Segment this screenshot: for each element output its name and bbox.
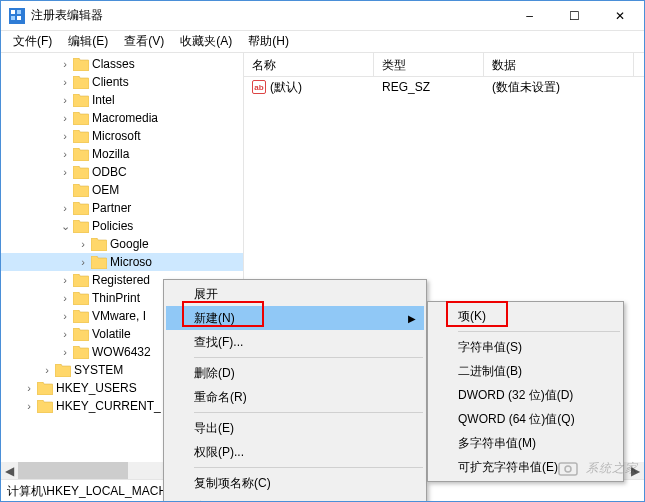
tree-label: OEM: [92, 183, 119, 197]
tree-label: Registered: [92, 273, 150, 287]
expand-icon[interactable]: ›: [59, 202, 71, 214]
expand-icon[interactable]: ›: [59, 292, 71, 304]
col-data[interactable]: 数据: [484, 53, 634, 76]
tree-label: Intel: [92, 93, 115, 107]
expand-icon[interactable]: ›: [59, 310, 71, 322]
expand-icon[interactable]: ›: [59, 328, 71, 340]
tree-item[interactable]: ›Mozilla: [1, 145, 243, 163]
ctx-new-binary[interactable]: 二进制值(B): [430, 359, 621, 383]
ctx-find[interactable]: 查找(F)...: [166, 330, 424, 354]
menu-favorites[interactable]: 收藏夹(A): [172, 31, 240, 52]
submenu-arrow-icon: ▶: [408, 313, 416, 324]
list-body[interactable]: ab(默认)REG_SZ(数值未设置): [244, 77, 644, 97]
folder-icon: [73, 75, 89, 89]
ctx-expand[interactable]: 展开: [166, 282, 424, 306]
string-value-icon: ab: [252, 80, 266, 94]
tree-label: WOW6432: [92, 345, 151, 359]
expand-icon[interactable]: ›: [59, 274, 71, 286]
list-header: 名称 类型 数据: [244, 53, 644, 77]
value-name: (默认): [270, 79, 302, 96]
expand-icon[interactable]: ›: [23, 382, 35, 394]
ctx-goto-hkcu[interactable]: 访问 HKEY_CURRENT_USER(T): [166, 495, 424, 502]
expand-icon[interactable]: ›: [59, 112, 71, 124]
folder-icon: [37, 381, 53, 395]
folder-icon: [73, 147, 89, 161]
tree-label: ThinPrint: [92, 291, 140, 305]
col-type[interactable]: 类型: [374, 53, 484, 76]
expand-icon[interactable]: ›: [23, 400, 35, 412]
folder-icon: [73, 183, 89, 197]
tree-item[interactable]: OEM: [1, 181, 243, 199]
value-data: (数值未设置): [484, 77, 634, 98]
scroll-thumb[interactable]: [18, 462, 128, 479]
tree-item[interactable]: ›Classes: [1, 55, 243, 73]
expand-icon[interactable]: ›: [59, 346, 71, 358]
expand-icon[interactable]: ›: [59, 94, 71, 106]
expand-icon[interactable]: ›: [77, 256, 89, 268]
menubar: 文件(F) 编辑(E) 查看(V) 收藏夹(A) 帮助(H): [1, 31, 644, 53]
ctx-new-dword[interactable]: DWORD (32 位)值(D): [430, 383, 621, 407]
ctx-copy-key-name[interactable]: 复制项名称(C): [166, 471, 424, 495]
minimize-button[interactable]: –: [507, 1, 552, 30]
app-icon: [9, 8, 25, 24]
ctx-separator: [194, 467, 423, 468]
expand-icon[interactable]: ›: [77, 238, 89, 250]
ctx-export[interactable]: 导出(E): [166, 416, 424, 440]
tree-label: Volatile: [92, 327, 131, 341]
scroll-left-button[interactable]: ◀: [1, 462, 18, 479]
tree-item[interactable]: ›Google: [1, 235, 243, 253]
ctx-new-qword[interactable]: QWORD (64 位)值(Q): [430, 407, 621, 431]
expand-icon[interactable]: ›: [41, 364, 53, 376]
expand-icon[interactable]: ›: [59, 58, 71, 70]
tree-item[interactable]: ›Clients: [1, 73, 243, 91]
list-row[interactable]: ab(默认)REG_SZ(数值未设置): [244, 77, 644, 97]
folder-icon: [73, 111, 89, 125]
folder-icon: [73, 309, 89, 323]
tree-item[interactable]: ›Partner: [1, 199, 243, 217]
svg-rect-4: [17, 16, 21, 20]
ctx-new-key[interactable]: 项(K): [430, 304, 621, 328]
maximize-button[interactable]: ☐: [552, 1, 597, 30]
expand-icon[interactable]: ›: [59, 76, 71, 88]
folder-icon: [73, 93, 89, 107]
tree-item[interactable]: ›Microso: [1, 253, 243, 271]
ctx-permissions[interactable]: 权限(P)...: [166, 440, 424, 464]
svg-rect-5: [559, 463, 577, 475]
ctx-new-multistring[interactable]: 多字符串值(M): [430, 431, 621, 455]
col-name[interactable]: 名称: [244, 53, 374, 76]
ctx-delete[interactable]: 删除(D): [166, 361, 424, 385]
tree-item[interactable]: ⌄Policies: [1, 217, 243, 235]
menu-help[interactable]: 帮助(H): [240, 31, 297, 52]
menu-file[interactable]: 文件(F): [5, 31, 60, 52]
close-button[interactable]: ✕: [597, 1, 642, 30]
tree-label: Mozilla: [92, 147, 129, 161]
svg-point-6: [565, 466, 571, 472]
ctx-new-string[interactable]: 字符串值(S): [430, 335, 621, 359]
menu-view[interactable]: 查看(V): [116, 31, 172, 52]
expand-icon[interactable]: ›: [59, 130, 71, 142]
tree-label: Policies: [92, 219, 133, 233]
tree-item[interactable]: ›ODBC: [1, 163, 243, 181]
folder-icon: [73, 129, 89, 143]
ctx-new[interactable]: 新建(N) ▶: [166, 306, 424, 330]
ctx-separator: [458, 331, 620, 332]
expand-icon[interactable]: ›: [59, 166, 71, 178]
ctx-rename[interactable]: 重命名(R): [166, 385, 424, 409]
value-type: REG_SZ: [374, 78, 484, 96]
menu-edit[interactable]: 编辑(E): [60, 31, 116, 52]
tree-label: Google: [110, 237, 149, 251]
expand-icon[interactable]: ⌄: [59, 220, 71, 233]
tree-item[interactable]: ›Intel: [1, 91, 243, 109]
tree-item[interactable]: ›Macromedia: [1, 109, 243, 127]
tree-label: Macromedia: [92, 111, 158, 125]
context-menu-main: 展开 新建(N) ▶ 查找(F)... 删除(D) 重命名(R) 导出(E) 权…: [163, 279, 427, 502]
tree-label: Clients: [92, 75, 129, 89]
tree-label: Microso: [110, 255, 152, 269]
folder-icon: [73, 291, 89, 305]
svg-rect-1: [11, 10, 15, 14]
tree-item[interactable]: ›Microsoft: [1, 127, 243, 145]
folder-icon: [91, 237, 107, 251]
folder-icon: [73, 345, 89, 359]
expand-icon[interactable]: ›: [59, 148, 71, 160]
folder-icon: [37, 399, 53, 413]
